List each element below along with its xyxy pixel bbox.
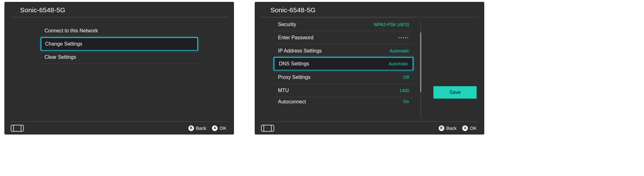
settings-list: SSIDSonic-6548-5GSecurityWPA2-PSK (AES)E… — [274, 17, 414, 105]
scrollbar-thumb[interactable] — [420, 32, 421, 92]
scrollbar[interactable] — [420, 21, 421, 118]
back-label: Back — [196, 125, 206, 131]
network-name-title: Sonic-6548-5G — [20, 6, 219, 14]
footer-hints: B Back A OK — [188, 125, 226, 131]
setting-value: On — [403, 99, 409, 104]
setting-row[interactable]: MTU1400 — [274, 84, 414, 97]
save-button[interactable]: Save — [433, 86, 477, 99]
panel-footer: B Back A OK — [260, 121, 479, 135]
setting-value: ••••• — [398, 35, 409, 40]
menu-item[interactable]: Change Settings — [41, 37, 198, 51]
network-name-title: Sonic-6548-5G — [270, 6, 470, 14]
setting-label: DNS Settings — [279, 61, 309, 67]
menu-item-label: Connect to this Network — [45, 28, 98, 34]
ok-label: OK — [470, 125, 477, 131]
setting-row[interactable]: IP Address SettingsAutomatic — [274, 44, 414, 57]
panel-header: Sonic-6548-5G — [10, 2, 228, 17]
menu-item-label: Clear Settings — [45, 54, 76, 60]
panel-footer: B Back A OK — [10, 121, 228, 135]
setting-row[interactable]: DNS SettingsAutomatic — [274, 57, 414, 71]
setting-label: Autoconnect — [278, 99, 306, 105]
ok-hint[interactable]: A OK — [462, 125, 477, 131]
controllers-icon[interactable] — [261, 125, 274, 132]
back-label: Back — [446, 125, 457, 131]
setting-value: Automatic — [390, 48, 409, 53]
back-hint[interactable]: B Back — [188, 125, 206, 131]
network-options-menu: Connect to this NetworkChange SettingsCl… — [41, 24, 198, 64]
controllers-icon[interactable] — [11, 125, 24, 132]
setting-value: WPA2-PSK (AES) — [374, 22, 409, 27]
b-button-icon: B — [188, 125, 194, 131]
setting-row[interactable]: AutoconnectOn — [274, 97, 414, 105]
save-button-label: Save — [449, 90, 461, 95]
setting-label: Security — [278, 22, 296, 27]
setting-label: IP Address Settings — [278, 48, 322, 54]
setting-row[interactable]: Enter Password••••• — [274, 31, 414, 44]
footer-hints: B Back A OK — [439, 125, 477, 131]
menu-item[interactable]: Clear Settings — [41, 51, 198, 64]
menu-item-label: Change Settings — [45, 41, 82, 47]
change-settings-panel: Sonic-6548-5G SSIDSonic-6548-5GSecurityW… — [255, 2, 484, 135]
network-options-panel: Sonic-6548-5G Connect to this NetworkCha… — [4, 2, 234, 135]
setting-label: Proxy Settings — [278, 74, 310, 80]
setting-row[interactable]: SecurityWPA2-PSK (AES) — [274, 18, 414, 31]
panel-header: Sonic-6548-5G — [260, 2, 479, 17]
setting-value: 1400 — [399, 88, 409, 93]
panel-body: Connect to this NetworkChange SettingsCl… — [4, 17, 234, 121]
ok-label: OK — [219, 125, 226, 131]
setting-value: Off — [403, 75, 409, 80]
menu-item[interactable]: Connect to this Network — [41, 24, 198, 37]
a-button-icon: A — [212, 125, 218, 131]
a-button-icon: A — [462, 125, 468, 131]
back-hint[interactable]: B Back — [439, 125, 457, 131]
setting-label: MTU — [278, 88, 289, 93]
setting-label: Enter Password — [278, 35, 314, 41]
panel-body: SSIDSonic-6548-5GSecurityWPA2-PSK (AES)E… — [255, 17, 484, 121]
b-button-icon: B — [439, 125, 444, 131]
ok-hint[interactable]: A OK — [212, 125, 226, 131]
setting-row[interactable]: Proxy SettingsOff — [274, 70, 414, 84]
setting-value: Automatic — [389, 61, 408, 66]
